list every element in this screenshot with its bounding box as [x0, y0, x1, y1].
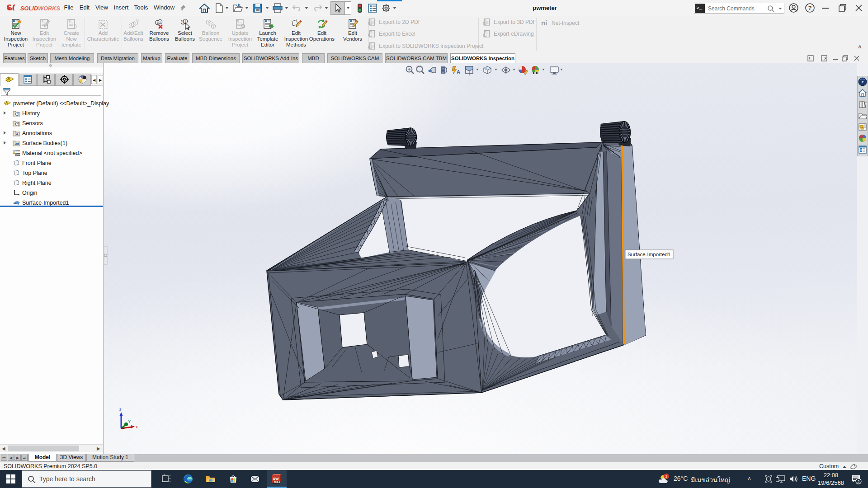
- svg-text:2: 2: [857, 479, 859, 484]
- svg-text:1: 1: [184, 20, 186, 23]
- svg-text:1: 1: [135, 22, 137, 25]
- svg-text:Y: Y: [128, 419, 131, 424]
- svg-text:Surface-Imported1: Surface-Imported1: [627, 252, 670, 257]
- svg-text:3: 3: [212, 25, 214, 28]
- svg-text:1: 1: [665, 474, 668, 479]
- svg-text:2024: 2024: [274, 480, 280, 483]
- svg-text:z: z: [119, 407, 122, 412]
- svg-text:A: A: [16, 132, 19, 136]
- svg-text:A: A: [457, 69, 460, 75]
- svg-text:1: 1: [159, 20, 161, 23]
- svg-text:x: x: [136, 425, 138, 429]
- svg-text:?: ?: [808, 5, 812, 11]
